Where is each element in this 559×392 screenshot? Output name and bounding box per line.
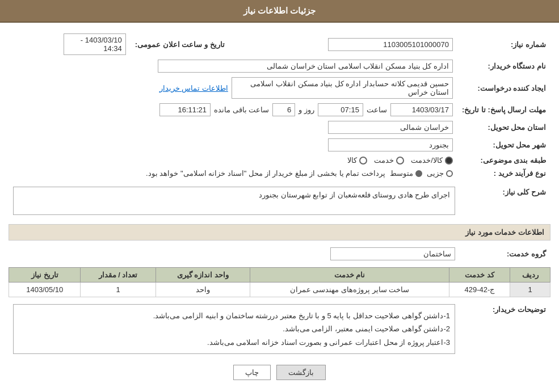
category-kala-khadamat-option[interactable]: کالا/خدمت [411,156,453,165]
category-khadamat-option[interactable]: خدمت [374,156,404,165]
category-kala-option[interactable]: کالا [347,156,367,165]
service-group-label: گروه خدمت: [460,245,550,263]
need-number-value: 1103005101000070 [328,38,453,51]
back-button[interactable]: بازگشت [276,365,326,380]
col-name: نام خدمت [250,268,449,283]
process-description: پرداخت تمام یا بخشی از مبلغ خریدار از مح… [146,169,385,178]
process-motevaset-radio [415,170,422,177]
category-kala-label: کالا [347,156,357,165]
deadline-label: مهلت ارسال پاسخ: تا تاریخ: [457,101,550,119]
need-summary-value: اجرای طرح هادی روستای فلعه‌شعبان از تواب… [13,187,455,215]
deadline-day-label: روز و [299,106,314,114]
deadline-time-label: ساعت [367,106,387,114]
category-kala-khadamat-radio [445,157,453,165]
city-label: شهر محل تحویل: [457,136,550,154]
announcement-value: 1403/03/10 - 14:34 [64,33,126,55]
deadline-days: 6 [272,103,295,116]
service-group-value: ساختمان [330,247,455,260]
city-value: بجنورد [328,138,453,151]
deadline-time: 07:15 [318,103,363,116]
buttons-row: بازگشت چاپ [9,365,550,380]
process-label: نوع فرآیند خرید : [457,167,550,180]
contact-link[interactable]: اطلاعات تماس خریدار [159,84,228,92]
deadline-remaining: 16:11:21 [159,103,211,116]
buyer-notes-content: 1-داشتن گواهی صلاحیت حداقل با پایه 5 و ب… [13,304,455,354]
col-count: تعداد / مقدار [81,268,155,283]
buyer-notes-label: توضیحات خریدار: [460,302,550,356]
page-title: جزئیات اطلاعات نیاز [243,6,316,15]
buyer-org-label: نام دستگاه خریدار: [457,57,550,75]
need-summary-label: شرح کلی نیاز: [460,184,550,217]
need-number-label: شماره نیاز: [457,31,550,57]
process-motevaset-label: متوسط [390,169,413,178]
print-button[interactable]: چاپ [233,365,271,380]
category-label: طبقه بندی موضوعی: [457,154,550,167]
category-kala-radio [359,157,367,165]
page-header: جزئیات اطلاعات نیاز [0,0,559,23]
col-row: ردیف [510,268,550,283]
table-row: 1ج-42-429ساخت سایر پروژه‌های مهندسی عمرا… [9,283,550,297]
category-khadamat-radio [396,157,404,165]
process-jozei-radio [446,170,453,177]
announcement-label: تاریخ و ساعت اعلان عمومی: [131,31,229,57]
col-code: کد خدمت [449,268,510,283]
category-kala-khadamat-label: کالا/خدمت [411,156,443,165]
col-unit: واحد اندازه گیری [155,268,250,283]
col-date: تاریخ نیاز [9,268,81,283]
services-section-title: اطلاعات خدمات مورد نیاز [9,224,550,241]
buyer-org-value: اداره کل بنیاد مسکن انقلاب اسلامی استان … [158,60,453,73]
province-value: خراسان شمالی [328,121,453,134]
province-label: استان محل تحویل: [457,119,550,136]
process-jozei-option[interactable]: جزیی [427,169,453,178]
process-motevaset-option[interactable]: متوسط [390,169,422,178]
services-table: ردیف کد خدمت نام خدمت واحد اندازه گیری ت… [9,267,550,297]
deadline-remaining-label: ساعت باقی مانده [214,106,269,114]
category-khadamat-label: خدمت [374,156,394,165]
requester-value: حسین قدیمی کلاته حسابدار اداره کل بنیاد … [232,77,453,99]
deadline-date: 1403/03/17 [390,103,453,116]
process-jozei-label: جزیی [427,169,444,178]
requester-label: ایجاد کننده درخواست: [457,75,550,101]
